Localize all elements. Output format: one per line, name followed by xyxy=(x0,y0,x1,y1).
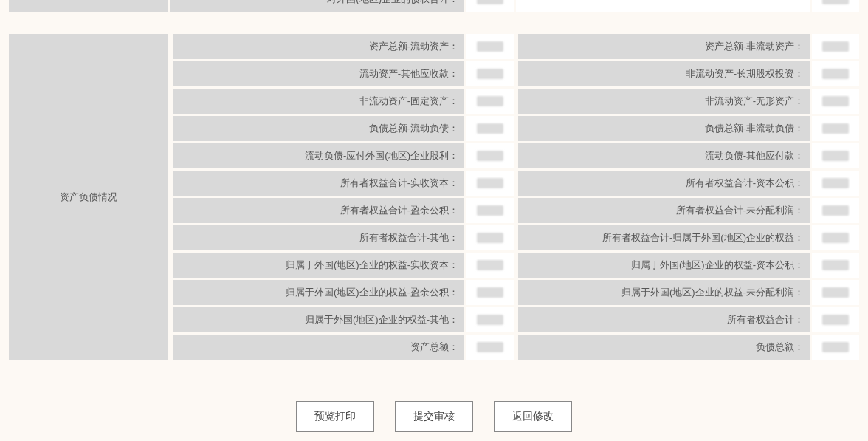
form-value xyxy=(466,280,514,305)
top-row-value xyxy=(466,0,514,12)
pair-left: 资产总额： xyxy=(173,335,514,360)
pair-row: 非流动资产-固定资产：非流动资产-无形资产： xyxy=(173,89,859,114)
form-value xyxy=(466,307,514,332)
form-value xyxy=(466,198,514,223)
value-blur xyxy=(822,0,849,4)
form-value xyxy=(812,143,859,168)
section-category-label: 资产负债情况 xyxy=(9,34,168,360)
top-category-empty xyxy=(9,0,168,12)
form-value xyxy=(812,253,859,278)
form-value xyxy=(812,116,859,141)
value-blur xyxy=(822,41,849,52)
value-blur xyxy=(477,315,503,325)
pair-right: 流动负债-其他应付款： xyxy=(518,143,859,168)
pair-left: 归属于外国(地区)企业的权益-实收资本： xyxy=(173,253,514,278)
form-label: 流动负债-应付外国(地区)企业股利： xyxy=(173,143,464,168)
return-modify-button[interactable]: 返回修改 xyxy=(494,401,572,432)
form-label: 负债总额-非流动负债： xyxy=(518,116,810,141)
form-label: 负债总额-流动负债： xyxy=(173,116,464,141)
value-blur xyxy=(822,96,849,106)
form-label: 所有者权益合计-实收资本： xyxy=(173,171,464,196)
form-label: 非流动资产-无形资产： xyxy=(518,89,810,114)
form-label: 所有者权益合计-其他： xyxy=(173,225,464,250)
pair-right: 所有者权益合计-未分配利润： xyxy=(518,198,859,223)
value-blur xyxy=(477,69,503,79)
value-blur xyxy=(822,123,849,134)
form-value xyxy=(466,335,514,360)
top-row-label: 对外国(地区)企业的债权合计： xyxy=(170,0,464,12)
pair-left: 所有者权益合计-盈余公积： xyxy=(173,198,514,223)
value-blur xyxy=(477,123,503,134)
value-blur xyxy=(477,0,503,4)
pair-left: 负债总额-流动负债： xyxy=(173,116,514,141)
top-row: 对外国(地区)企业的债权合计： xyxy=(9,0,859,12)
form-label: 非流动资产-长期股权投资： xyxy=(518,61,810,86)
value-blur xyxy=(477,41,503,52)
form-label: 所有者权益合计-资本公积： xyxy=(518,171,810,196)
form-label: 流动资产-其他应收款： xyxy=(173,61,464,86)
form-label: 所有者权益合计-盈余公积： xyxy=(173,198,464,223)
pair-right: 所有者权益合计-资本公积： xyxy=(518,171,859,196)
pair-row: 负债总额-流动负债：负债总额-非流动负债： xyxy=(173,116,859,141)
value-blur xyxy=(477,96,503,106)
pair-row: 流动负债-应付外国(地区)企业股利：流动负债-其他应付款： xyxy=(173,143,859,168)
value-blur xyxy=(477,178,503,188)
pair-left: 资产总额-流动资产： xyxy=(173,34,514,59)
pair-left: 流动负债-应付外国(地区)企业股利： xyxy=(173,143,514,168)
value-blur xyxy=(477,151,503,161)
pair-grid: 资产总额-流动资产：资产总额-非流动资产：流动资产-其他应收款：非流动资产-长期… xyxy=(173,34,859,360)
form-label: 负债总额： xyxy=(518,335,810,360)
top-row-blank-value xyxy=(812,0,859,12)
form-value xyxy=(466,171,514,196)
value-blur xyxy=(822,260,849,270)
form-label: 归属于外国(地区)企业的权益-实收资本： xyxy=(173,253,464,278)
value-blur xyxy=(822,151,849,161)
submit-review-button[interactable]: 提交审核 xyxy=(395,401,473,432)
form-value xyxy=(812,225,859,250)
pair-row: 所有者权益合计-盈余公积：所有者权益合计-未分配利润： xyxy=(173,198,859,223)
form-value xyxy=(812,280,859,305)
main-section: 资产负债情况 资产总额-流动资产：资产总额-非流动资产：流动资产-其他应收款：非… xyxy=(9,34,859,360)
pair-right: 归属于外国(地区)企业的权益-资本公积： xyxy=(518,253,859,278)
pair-row: 归属于外国(地区)企业的权益-盈余公积：归属于外国(地区)企业的权益-未分配利润… xyxy=(173,280,859,305)
pair-row: 归属于外国(地区)企业的权益-实收资本：归属于外国(地区)企业的权益-资本公积： xyxy=(173,253,859,278)
pair-row: 资产总额-流动资产：资产总额-非流动资产： xyxy=(173,34,859,59)
value-blur xyxy=(822,342,849,352)
value-blur xyxy=(822,178,849,188)
form-label: 资产总额： xyxy=(173,335,464,360)
top-row-blank-label xyxy=(516,0,810,12)
pair-row: 资产总额：负债总额： xyxy=(173,335,859,360)
pair-right: 所有者权益合计： xyxy=(518,307,859,332)
value-blur xyxy=(477,342,503,352)
pair-row: 所有者权益合计-其他：所有者权益合计-归属于外国(地区)企业的权益： xyxy=(173,225,859,250)
form-value xyxy=(466,225,514,250)
value-blur xyxy=(822,205,849,216)
form-label: 所有者权益合计： xyxy=(518,307,810,332)
action-button-row: 预览打印 提交审核 返回修改 xyxy=(0,401,868,432)
form-value xyxy=(812,307,859,332)
top-partial-section: 对外国(地区)企业的债权合计： xyxy=(9,0,859,12)
pair-row: 流动资产-其他应收款：非流动资产-长期股权投资： xyxy=(173,61,859,86)
form-value xyxy=(812,198,859,223)
form-value xyxy=(812,335,859,360)
form-value xyxy=(466,116,514,141)
form-label: 所有者权益合计-归属于外国(地区)企业的权益： xyxy=(518,225,810,250)
pair-left: 归属于外国(地区)企业的权益-其他： xyxy=(173,307,514,332)
value-blur xyxy=(822,69,849,79)
preview-print-button[interactable]: 预览打印 xyxy=(296,401,374,432)
pair-left: 所有者权益合计-其他： xyxy=(173,225,514,250)
main-row-container: 资产负债情况 资产总额-流动资产：资产总额-非流动资产：流动资产-其他应收款：非… xyxy=(9,34,859,360)
form-label: 归属于外国(地区)企业的权益-盈余公积： xyxy=(173,280,464,305)
pair-left: 归属于外国(地区)企业的权益-盈余公积： xyxy=(173,280,514,305)
pair-right: 归属于外国(地区)企业的权益-未分配利润： xyxy=(518,280,859,305)
form-value xyxy=(812,89,859,114)
form-value xyxy=(466,34,514,59)
form-label: 非流动资产-固定资产： xyxy=(173,89,464,114)
form-value xyxy=(812,61,859,86)
form-value xyxy=(466,253,514,278)
form-value xyxy=(466,61,514,86)
form-label: 资产总额-非流动资产： xyxy=(518,34,810,59)
pair-left: 流动资产-其他应收款： xyxy=(173,61,514,86)
value-blur xyxy=(822,315,849,325)
pair-right: 负债总额-非流动负债： xyxy=(518,116,859,141)
